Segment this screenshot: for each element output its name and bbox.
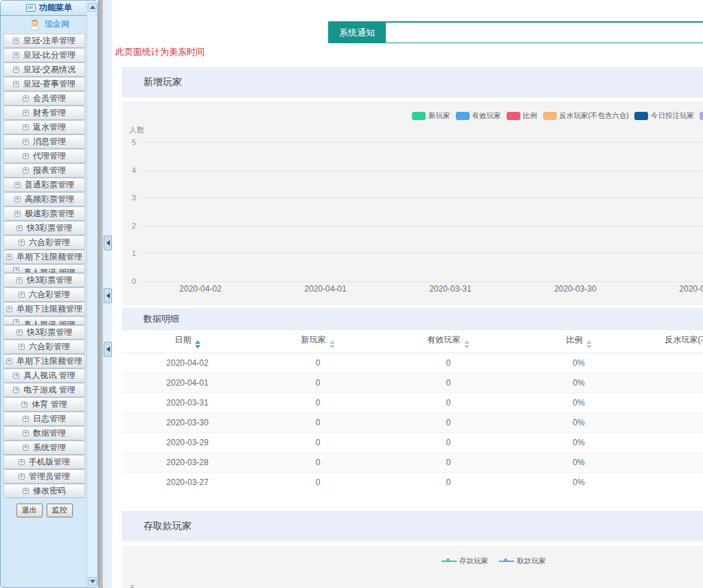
table-row: 2020-04-01000%0 (122, 373, 703, 392)
sidebar-item-label: 真人视讯 管理 (23, 370, 75, 381)
expand-plus-icon: + (13, 38, 19, 44)
column-header[interactable]: 有效玩家 (383, 330, 514, 353)
sidebar-item[interactable]: +修改密码 (3, 484, 85, 498)
sidebar-item[interactable]: +六合彩管理 (3, 235, 85, 250)
scroll-down-icon[interactable] (88, 577, 97, 586)
sidebar-item-label: 单期下注限额管理 (16, 303, 82, 315)
expand-plus-icon: + (6, 306, 12, 312)
sidebar-item[interactable]: +数据管理 (3, 426, 85, 440)
column-header[interactable]: 比例 (514, 330, 644, 353)
sidebar-item[interactable]: +会员管理 (3, 91, 85, 106)
monitor-button[interactable]: 监控 (47, 504, 73, 517)
sidebar-item-label: 快3彩票管理 (27, 327, 73, 338)
table-row: 2020-03-29000%0 (122, 432, 703, 452)
sort-icon[interactable] (464, 340, 470, 349)
legend-item[interactable]: 电子玩家 (700, 111, 703, 121)
table-cell: 2020-03-31 (122, 392, 253, 412)
sidebar-item[interactable]: +皇冠-比分管理 (3, 48, 85, 62)
table-row: 2020-03-31000%0 (122, 392, 703, 412)
legend-swatch-icon (507, 112, 520, 120)
table-cell: 0 (253, 392, 383, 412)
y-tick-label: 3 (124, 193, 136, 202)
sidebar-item[interactable]: +管理员管理 (3, 469, 85, 484)
sidebar-item[interactable]: +日志管理 (3, 412, 85, 426)
panel-header: 存取款玩家 (122, 511, 703, 541)
panel-title: 数据明细 (143, 313, 179, 325)
sidebar-item[interactable]: +手机版管理 (3, 455, 85, 469)
line-legend-item[interactable]: 取款玩家 (499, 556, 546, 566)
sidebar-item[interactable]: +皇冠-注单管理 (3, 34, 85, 48)
collapse-button[interactable] (104, 235, 112, 250)
legend-swatch-icon (700, 112, 703, 120)
sidebar-item[interactable]: +财务管理 (3, 106, 85, 120)
column-header[interactable]: 日期 (122, 330, 253, 353)
sidebar-item-label: 返水管理 (33, 121, 66, 133)
sort-icon[interactable] (195, 340, 200, 349)
sidebar-item[interactable]: +代理管理 (3, 149, 85, 163)
sidebar-item[interactable]: +返水管理 (3, 120, 85, 134)
sidebar-item-label: 皇冠-注单管理 (23, 35, 76, 47)
table-cell: 0 (383, 432, 514, 452)
sidebar-item[interactable]: +六合彩管理 (3, 340, 85, 354)
legend-item[interactable]: 比例 (507, 111, 538, 121)
legend-label: 比例 (523, 111, 538, 121)
table-cell: 0% (514, 392, 644, 412)
legend-item[interactable]: 反水玩家(不包含六合) (543, 111, 630, 121)
expand-plus-icon: + (16, 277, 23, 283)
collapse-button[interactable] (104, 342, 112, 357)
sidebar-item[interactable]: +普通彩票管理 (3, 178, 85, 192)
sidebar-item[interactable]: +极速彩票管理 (3, 207, 85, 221)
marker-circle (504, 558, 507, 562)
sidebar-item[interactable]: +单期下注限额管理 (3, 354, 85, 368)
column-header[interactable]: 新玩家 (253, 330, 383, 353)
sidebar-scrollbar[interactable] (87, 1, 97, 587)
panel-header: 数据明细 (122, 308, 703, 330)
sidebar-item[interactable]: +单期下注限额管理 (3, 302, 85, 316)
sidebar-item[interactable]: +高频彩票管理 (3, 192, 85, 207)
scroll-up-icon[interactable] (88, 3, 97, 12)
sidebar-item[interactable]: +六合彩管理 (3, 287, 85, 302)
sidebar-item[interactable]: +体育 管理 (3, 397, 85, 412)
table-cell: 0% (514, 432, 644, 452)
expand-plus-icon: + (14, 182, 21, 188)
sidebar-item[interactable]: +报表管理 (3, 163, 85, 178)
collapse-button[interactable] (104, 288, 112, 303)
sidebar-item[interactable]: +快3彩票管理 (3, 273, 85, 287)
legend-item[interactable]: 今日投注玩家 (634, 111, 694, 121)
gridline (140, 170, 703, 171)
sidebar-item[interactable]: +皇冠-交易情况 (3, 62, 85, 77)
table-row: 2020-03-27000%0 (122, 472, 703, 492)
sort-icon[interactable] (330, 340, 335, 349)
sidebar-item[interactable]: +消息管理 (3, 134, 85, 149)
sidebar-item[interactable]: +真人视讯 管理 (3, 316, 85, 325)
legend-item[interactable]: 有效玩家 (456, 111, 501, 121)
legend-item[interactable]: 新玩家 (412, 111, 450, 121)
logout-button[interactable]: 退出 (16, 504, 43, 517)
sidebar-item[interactable]: +电子游戏 管理 (3, 383, 85, 397)
expand-plus-icon: + (13, 52, 19, 58)
sidebar-item[interactable]: +皇冠-赛事管理 (3, 77, 85, 91)
chart-legend: 存款玩家取款玩家 (441, 556, 546, 566)
sidebar-item[interactable]: +真人视讯 管理 (3, 264, 85, 273)
expand-plus-icon: + (19, 239, 25, 246)
expand-plus-icon: + (13, 373, 19, 379)
column-header[interactable]: 反水玩家(不包含六合) (644, 330, 703, 353)
table-cell: 2020-04-02 (122, 353, 253, 373)
sidebar-item-label: 体育 管理 (32, 399, 67, 410)
sidebar-item-label: 皇冠-交易情况 (23, 64, 76, 75)
expand-plus-icon: + (23, 430, 29, 436)
table-cell: 0 (644, 472, 703, 492)
sidebar-item-label: 数据管理 (33, 427, 66, 439)
sidebar-item[interactable]: +快3彩票管理 (3, 325, 85, 340)
sort-icon[interactable] (586, 340, 592, 349)
sidebar-item[interactable]: +系统管理 (3, 440, 85, 455)
sidebar-item[interactable]: +单期下注限额管理 (3, 250, 85, 264)
legend-label: 取款玩家 (517, 556, 546, 566)
sort-up-icon (464, 340, 470, 344)
tab-system-notice[interactable]: 系统通知 (328, 23, 386, 43)
sidebar-item[interactable]: +真人视讯 管理 (3, 368, 85, 383)
line-legend-item[interactable]: 存款玩家 (441, 556, 488, 566)
legend-swatch-icon (412, 112, 426, 120)
sidebar-item-label: 电子游戏 管理 (23, 384, 75, 396)
sidebar-item[interactable]: +快3彩票管理 (3, 221, 85, 235)
